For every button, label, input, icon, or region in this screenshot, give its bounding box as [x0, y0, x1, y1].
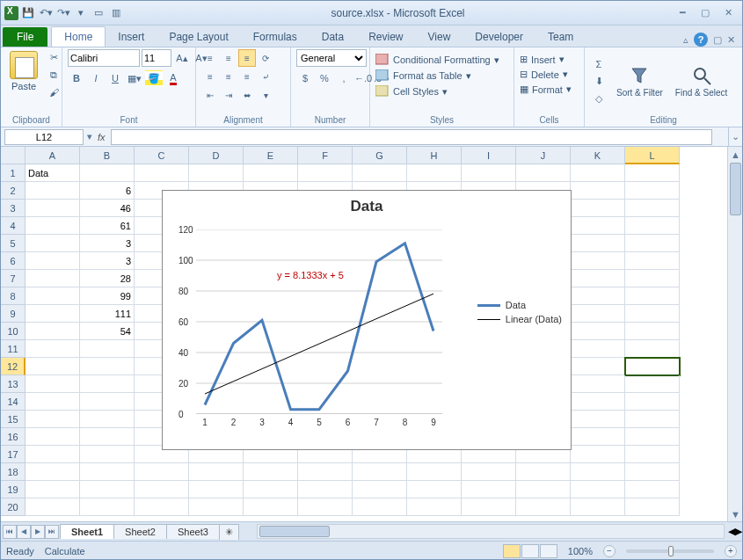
select-all-corner[interactable]: [1, 147, 25, 164]
font-size-select[interactable]: [142, 49, 171, 67]
cell-L20[interactable]: [625, 498, 680, 516]
sort-filter-button[interactable]: Sort & Filter: [613, 63, 667, 99]
cell-F1[interactable]: [298, 164, 353, 182]
worksheet-grid[interactable]: ABCDEFGHIJKL 123456789101112131415161718…: [1, 147, 742, 521]
cell-A17[interactable]: [25, 446, 80, 463]
row-header-6[interactable]: 6: [1, 252, 25, 270]
cell-G1[interactable]: [353, 164, 407, 182]
merge-dd-icon[interactable]: ▾: [257, 86, 274, 104]
border-button[interactable]: ▦▾: [126, 70, 143, 86]
orientation-button[interactable]: ⟳: [257, 49, 274, 67]
find-select-button[interactable]: Find & Select: [672, 63, 731, 99]
cell-K13[interactable]: [571, 375, 625, 393]
align-top-button[interactable]: ≡: [201, 49, 219, 67]
row-header-13[interactable]: 13: [1, 375, 25, 393]
cell-B9[interactable]: 111: [80, 305, 135, 323]
cell-H18[interactable]: [407, 463, 462, 481]
row-header-4[interactable]: 4: [1, 217, 25, 235]
cell-A1[interactable]: Data: [25, 164, 80, 182]
sheet-tab-3[interactable]: Sheet3: [166, 524, 220, 539]
cell-L9[interactable]: [625, 305, 680, 323]
cell-L3[interactable]: [625, 200, 680, 217]
cell-C1[interactable]: [135, 164, 189, 182]
comma-button[interactable]: ,: [335, 70, 353, 86]
redo-button[interactable]: ↷▾: [55, 5, 71, 21]
cell-B1[interactable]: [80, 164, 135, 182]
zoom-handle[interactable]: [668, 546, 674, 556]
cell-L12[interactable]: [625, 358, 680, 375]
cell-B6[interactable]: 3: [80, 252, 135, 270]
cell-A2[interactable]: [25, 182, 80, 200]
autosum-button[interactable]: Σ: [590, 56, 608, 72]
cell-C18[interactable]: [135, 463, 189, 481]
minimize-button[interactable]: ━: [672, 5, 693, 21]
sheet-nav-prev[interactable]: ◀: [17, 525, 31, 539]
qat-custom1[interactable]: ▭: [91, 5, 106, 21]
wrap-text-button[interactable]: ⤶: [257, 68, 274, 85]
ribbon-minimize-icon[interactable]: ▵: [683, 34, 688, 46]
cell-K11[interactable]: [571, 340, 625, 358]
row-header-8[interactable]: 8: [1, 287, 25, 305]
cell-L14[interactable]: [625, 393, 680, 411]
cell-E1[interactable]: [244, 164, 298, 182]
cell-L15[interactable]: [625, 411, 680, 428]
vertical-scrollbar[interactable]: ▲ ▼: [727, 147, 742, 521]
cell-A12[interactable]: [25, 358, 80, 375]
cell-B2[interactable]: 6: [80, 182, 135, 200]
cell-A13[interactable]: [25, 375, 80, 393]
align-right-button[interactable]: ≡: [238, 68, 256, 85]
maximize-button[interactable]: ▢: [695, 5, 716, 21]
cell-D20[interactable]: [189, 498, 244, 516]
fill-button[interactable]: ⬇: [590, 74, 608, 90]
doc-restore-icon[interactable]: ▢: [713, 34, 722, 46]
row-header-9[interactable]: 9: [1, 305, 25, 323]
close-button[interactable]: ✕: [718, 5, 739, 21]
cell-B15[interactable]: [80, 411, 135, 428]
col-header-A[interactable]: A: [25, 147, 80, 164]
row-header-16[interactable]: 16: [1, 428, 25, 446]
hscroll-left-icon[interactable]: ◀: [728, 526, 735, 537]
cell-A11[interactable]: [25, 340, 80, 358]
tab-file[interactable]: File: [3, 27, 47, 47]
cell-K3[interactable]: [571, 200, 625, 217]
cell-A20[interactable]: [25, 498, 80, 516]
row-header-14[interactable]: 14: [1, 393, 25, 411]
cell-K14[interactable]: [571, 393, 625, 411]
cell-E20[interactable]: [244, 498, 298, 516]
grow-font-button[interactable]: A▴: [173, 50, 191, 66]
embedded-chart[interactable]: Data y = 8.1333x + 5 Data Linear (Data) …: [162, 190, 572, 450]
cell-L11[interactable]: [625, 340, 680, 358]
cell-B3[interactable]: 46: [80, 200, 135, 217]
cell-G19[interactable]: [353, 481, 407, 498]
cell-L18[interactable]: [625, 463, 680, 481]
cell-B11[interactable]: [80, 340, 135, 358]
cell-B8[interactable]: 99: [80, 287, 135, 305]
format-painter-button[interactable]: 🖌: [45, 84, 62, 100]
cell-K7[interactable]: [571, 270, 625, 287]
cell-B4[interactable]: 61: [80, 217, 135, 235]
cut-button[interactable]: ✂: [45, 49, 62, 65]
cell-I1[interactable]: [462, 164, 516, 182]
qat-more-icon[interactable]: ▾: [73, 5, 89, 21]
cell-A5[interactable]: [25, 235, 80, 252]
col-header-G[interactable]: G: [353, 147, 407, 164]
percent-button[interactable]: %: [316, 70, 333, 86]
paste-button[interactable]: Paste: [6, 49, 41, 93]
cell-A9[interactable]: [25, 305, 80, 323]
tab-insert[interactable]: Insert: [106, 27, 157, 47]
italic-button[interactable]: I: [87, 70, 105, 86]
new-sheet-button[interactable]: ✳: [219, 524, 239, 540]
sheet-nav-next[interactable]: ▶: [31, 525, 45, 539]
cell-K10[interactable]: [571, 323, 625, 340]
row-header-7[interactable]: 7: [1, 270, 25, 287]
row-header-20[interactable]: 20: [1, 498, 25, 516]
cell-J20[interactable]: [516, 498, 571, 516]
cell-A14[interactable]: [25, 393, 80, 411]
cell-K1[interactable]: [571, 164, 625, 182]
formula-input[interactable]: [111, 129, 712, 145]
zoom-level[interactable]: 100%: [568, 546, 593, 556]
align-mid-button[interactable]: ≡: [220, 49, 237, 67]
cell-I20[interactable]: [462, 498, 516, 516]
bold-button[interactable]: B: [68, 70, 85, 86]
zoom-slider[interactable]: [626, 549, 714, 553]
